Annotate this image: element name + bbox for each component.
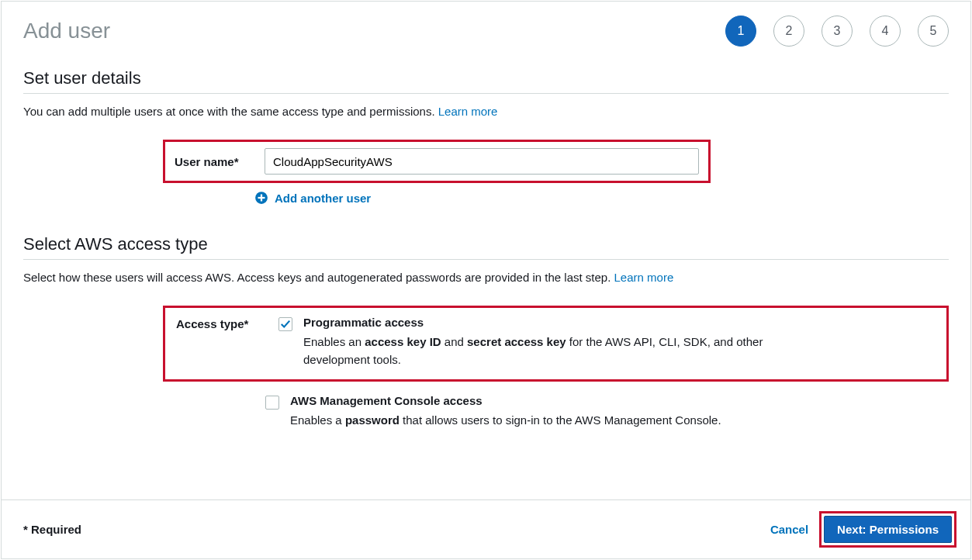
footer: * Required Cancel Next: Permissions: [2, 500, 970, 558]
desc-text: You can add multiple users at once with …: [23, 105, 438, 118]
add-another-user-button[interactable]: Add another user: [254, 191, 949, 205]
console-access-title: AWS Management Console access: [290, 394, 721, 407]
programmatic-access-option: Programmatic access Enables an access ke…: [303, 316, 800, 368]
required-note: * Required: [23, 523, 81, 536]
access-type-label: Access type*: [176, 316, 268, 330]
wizard-steps: 1 2 3 4 5: [725, 16, 949, 47]
programmatic-access-desc: Enables an access key ID and secret acce…: [303, 334, 800, 368]
next-permissions-button[interactable]: Next: Permissions: [824, 516, 952, 543]
section-user-details-title: Set user details: [23, 68, 949, 94]
add-user-page: Add user 1 2 3 4 5 Set user details You …: [1, 1, 971, 559]
step-2[interactable]: 2: [773, 16, 804, 47]
svg-rect-2: [258, 197, 265, 199]
console-access-checkbox[interactable]: [265, 396, 279, 410]
username-block: User name* Add another user: [163, 140, 949, 205]
plus-circle-icon: [254, 191, 268, 205]
username-highlight: User name*: [163, 140, 711, 183]
add-another-label: Add another user: [275, 192, 371, 205]
step-4[interactable]: 4: [870, 16, 901, 47]
cancel-button[interactable]: Cancel: [770, 523, 808, 536]
console-access-option: AWS Management Console access Enables a …: [290, 394, 721, 430]
header-row: Add user 1 2 3 4 5: [23, 16, 949, 47]
section-access-desc: Select how these users will access AWS. …: [23, 271, 949, 284]
section-access-title: Select AWS access type: [23, 234, 949, 260]
footer-buttons: Cancel Next: Permissions: [770, 511, 956, 548]
step-3[interactable]: 3: [822, 16, 853, 47]
step-1[interactable]: 1: [725, 16, 756, 47]
programmatic-access-title: Programmatic access: [303, 316, 800, 329]
step-5[interactable]: 5: [918, 16, 949, 47]
learn-more-link-1[interactable]: Learn more: [438, 105, 498, 118]
access-desc-text: Select how these users will access AWS. …: [23, 271, 614, 284]
console-access-row: AWS Management Console access Enables a …: [265, 394, 949, 430]
content: Add user 1 2 3 4 5 Set user details You …: [2, 2, 970, 500]
access-highlight: Access type* Programmatic access Enables…: [163, 306, 949, 382]
next-highlight: Next: Permissions: [819, 511, 956, 548]
learn-more-link-2[interactable]: Learn more: [614, 271, 674, 284]
username-label: User name*: [175, 155, 254, 168]
access-block: Access type* Programmatic access Enables…: [163, 306, 949, 430]
programmatic-access-checkbox[interactable]: [278, 317, 292, 331]
username-input[interactable]: [265, 148, 699, 175]
page-title: Add user: [23, 19, 110, 43]
section-user-details-desc: You can add multiple users at once with …: [23, 105, 949, 118]
console-access-desc: Enables a password that allows users to …: [290, 412, 721, 430]
username-row: User name*: [175, 148, 699, 175]
